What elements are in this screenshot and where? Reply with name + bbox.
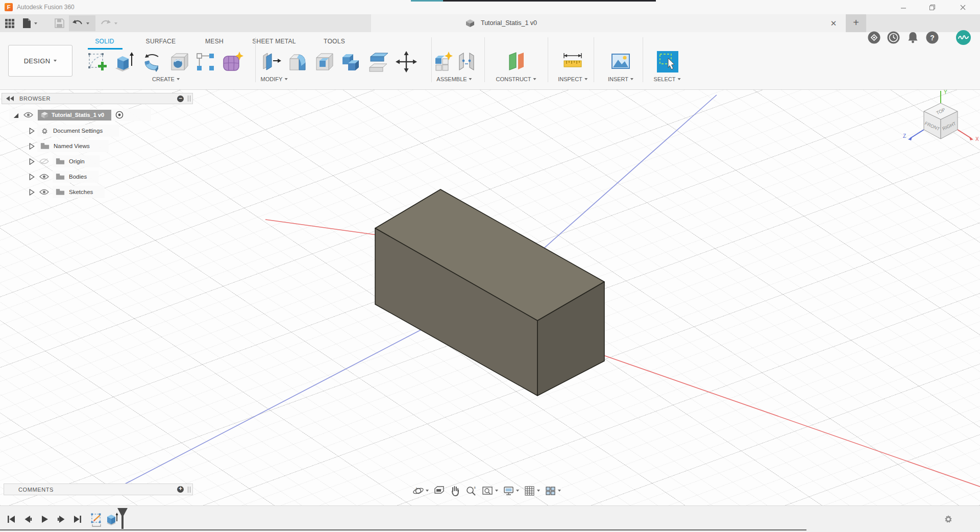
visibility-eye-icon[interactable] xyxy=(39,189,49,195)
skip-to-end-button[interactable] xyxy=(72,514,83,526)
visibility-eye-off-icon[interactable] xyxy=(39,158,49,164)
step-forward-button[interactable] xyxy=(56,514,66,526)
comments-panel-header[interactable]: COMMENTS + xyxy=(4,483,193,495)
document-tab[interactable]: Tutorial_Statis_1 v0 ✕ xyxy=(371,14,846,32)
create-sketch-button[interactable] xyxy=(86,51,108,75)
pan-button[interactable] xyxy=(450,485,461,497)
grid-caret[interactable] xyxy=(537,490,540,492)
solid-body[interactable] xyxy=(375,189,604,396)
play-button[interactable] xyxy=(40,514,50,526)
press-pull-button[interactable] xyxy=(259,51,282,75)
browser-root-item[interactable]: Tutorial_Statis_1 v0 xyxy=(38,110,111,120)
notifications-button[interactable] xyxy=(906,31,920,44)
timeline-playhead[interactable] xyxy=(116,507,129,531)
visibility-eye-icon[interactable] xyxy=(39,174,49,180)
new-component-icon xyxy=(432,51,454,73)
hole-button[interactable] xyxy=(167,51,190,75)
visibility-eye-icon[interactable] xyxy=(23,112,33,118)
redo-button[interactable] xyxy=(100,16,117,30)
undo-button[interactable] xyxy=(72,16,89,30)
group-label-insert[interactable]: INSERT xyxy=(608,76,633,82)
workspace-selector[interactable]: DESIGN xyxy=(8,45,72,77)
new-tab-button[interactable]: + xyxy=(846,14,866,32)
viewports-button[interactable] xyxy=(545,485,561,497)
browser-item-named-views[interactable]: Named Views xyxy=(37,140,109,152)
tab-sheet-metal[interactable]: SHEET METAL xyxy=(252,38,296,45)
fit-button[interactable] xyxy=(482,485,498,497)
restore-button[interactable] xyxy=(922,1,942,13)
construct-plane-button[interactable] xyxy=(504,51,527,75)
apps-grid-icon xyxy=(5,18,15,29)
look-at-button[interactable] xyxy=(433,485,445,497)
expand-arrow-icon[interactable] xyxy=(12,112,19,118)
timeline-settings-button[interactable] xyxy=(943,514,953,526)
group-label-modify[interactable]: MODIFY xyxy=(261,76,288,82)
job-status-button[interactable] xyxy=(887,31,900,44)
browser-collapse-button[interactable]: – xyxy=(177,95,184,102)
browser-header[interactable]: BROWSER – xyxy=(2,93,193,104)
activate-component-radio-icon[interactable] xyxy=(115,111,124,119)
comments-expand-button[interactable]: + xyxy=(177,486,184,493)
viewports-caret[interactable] xyxy=(558,490,561,492)
insert-button[interactable] xyxy=(609,51,632,75)
display-settings-caret[interactable] xyxy=(516,490,519,492)
select-button[interactable] xyxy=(656,51,679,75)
expand-arrow-icon[interactable] xyxy=(29,128,35,134)
joint-button[interactable] xyxy=(455,51,478,75)
combine-button[interactable] xyxy=(339,51,362,75)
move-copy-button[interactable] xyxy=(395,51,418,75)
tab-tools[interactable]: TOOLS xyxy=(324,38,345,45)
redo-caret[interactable] xyxy=(114,22,117,25)
group-label-create[interactable]: CREATE xyxy=(152,76,180,82)
timeline-sketch-feature[interactable] xyxy=(90,512,103,529)
shell-button[interactable] xyxy=(312,51,335,75)
close-tab-button[interactable]: ✕ xyxy=(828,18,839,29)
revolve-button[interactable] xyxy=(141,51,163,75)
orbit-caret[interactable] xyxy=(426,490,429,492)
browser-item-bodies[interactable]: Bodies xyxy=(53,171,99,183)
group-label-construct[interactable]: CONSTRUCT xyxy=(496,76,536,82)
expand-arrow-icon[interactable] xyxy=(29,189,35,196)
step-back-button[interactable] xyxy=(23,514,33,526)
comments-resize-grip[interactable] xyxy=(188,487,190,493)
minimize-button[interactable] xyxy=(893,1,914,13)
view-cube[interactable]: Y Z X TOP FRONT RIGHT xyxy=(901,88,980,154)
grid-snap-button[interactable] xyxy=(524,485,540,497)
avatar[interactable] xyxy=(955,30,969,43)
collapse-panel-icon[interactable] xyxy=(6,96,14,101)
save-button[interactable] xyxy=(55,16,64,30)
file-menu-button[interactable] xyxy=(22,16,37,30)
group-label-select[interactable]: SELECT xyxy=(654,76,681,82)
browser-resize-grip[interactable] xyxy=(188,95,190,102)
expand-arrow-icon[interactable] xyxy=(29,143,35,150)
extensions-button[interactable] xyxy=(867,31,881,44)
browser-item-sketches[interactable]: Sketches xyxy=(53,186,105,198)
browser-item-document-settings[interactable]: Document Settings xyxy=(37,125,119,137)
apps-grid-button[interactable] xyxy=(5,16,15,30)
fillet-button[interactable] xyxy=(286,51,308,75)
expand-arrow-icon[interactable] xyxy=(29,174,35,180)
close-button[interactable] xyxy=(952,1,973,13)
orbit-button[interactable]: + xyxy=(412,485,429,497)
tab-mesh[interactable]: MESH xyxy=(205,38,224,45)
select-caret xyxy=(677,78,680,80)
undo-caret[interactable] xyxy=(86,22,89,25)
split-body-button[interactable] xyxy=(366,51,389,75)
browser-root-row[interactable]: Tutorial_Statis_1 v0 xyxy=(9,109,151,121)
extrude-button[interactable] xyxy=(112,51,135,75)
group-label-assemble[interactable]: ASSEMBLE xyxy=(436,76,472,82)
help-button[interactable]: ? xyxy=(925,31,939,44)
zoom-button[interactable]: ± xyxy=(465,485,477,497)
new-component-button[interactable] xyxy=(432,51,454,75)
browser-item-origin[interactable]: Origin xyxy=(53,155,100,167)
fit-caret[interactable] xyxy=(495,490,498,492)
group-label-inspect[interactable]: INSPECT xyxy=(558,76,587,82)
measure-button[interactable] xyxy=(561,51,584,75)
pattern-button[interactable] xyxy=(194,51,216,75)
tab-surface[interactable]: SURFACE xyxy=(146,38,176,45)
tab-solid[interactable]: SOLID xyxy=(95,38,114,45)
create-form-button[interactable] xyxy=(221,51,243,75)
display-settings-button[interactable] xyxy=(503,485,519,497)
skip-to-start-button[interactable] xyxy=(6,514,16,526)
expand-arrow-icon[interactable] xyxy=(29,158,35,165)
